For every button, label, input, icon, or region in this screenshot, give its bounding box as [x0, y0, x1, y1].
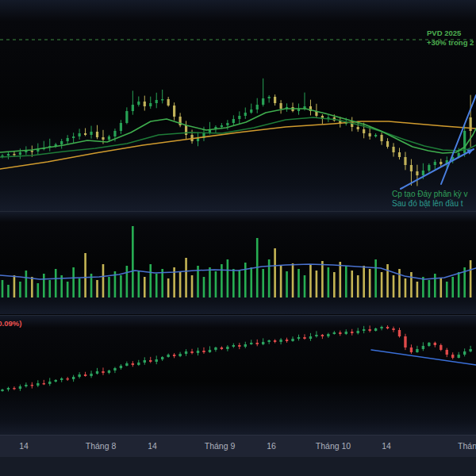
candle-body [404, 336, 406, 347]
price-pane-bg [0, 0, 476, 211]
candle-body [125, 111, 128, 123]
candle-body [434, 343, 436, 345]
volume-bar [55, 269, 57, 298]
candle-body [202, 351, 205, 352]
chart-canvas[interactable] [0, 0, 476, 435]
volume-bar [328, 267, 330, 298]
volume-bar [2, 280, 4, 298]
candle-body [404, 157, 406, 165]
volume-bar [351, 271, 353, 298]
volume-bar [167, 278, 170, 298]
candle-body [197, 351, 199, 353]
index-pane-bg [0, 316, 476, 435]
candle-body [167, 99, 170, 106]
volume-bar [381, 272, 383, 298]
candle-body [446, 350, 448, 355]
candle-body [238, 345, 240, 347]
volume-bar [31, 277, 33, 298]
candle-body [108, 136, 110, 140]
volume-bar [79, 278, 81, 298]
volume-bar [120, 275, 122, 298]
volume-bar [250, 267, 252, 298]
candle-body [43, 383, 45, 385]
candle-body [428, 165, 430, 171]
candle-body [60, 378, 63, 380]
candle-body [185, 125, 187, 135]
candle-body [398, 152, 401, 157]
volume-bar [321, 261, 324, 298]
pane-divider-2[interactable] [0, 315, 476, 316]
candle-body [13, 154, 15, 155]
volume-bar [451, 277, 454, 298]
volume-bar [25, 271, 28, 298]
candle-body [137, 363, 140, 365]
volume-bar [13, 275, 16, 298]
candle-body [410, 165, 413, 171]
volume-bar [215, 271, 217, 298]
volume-bar [84, 253, 86, 298]
candle-body [221, 347, 223, 349]
candle-body [144, 102, 146, 106]
candle-body [84, 374, 86, 376]
candle-body [209, 350, 211, 352]
candle-body [469, 349, 471, 351]
candle-body [137, 102, 140, 105]
candle-body [398, 330, 401, 336]
candle-body [232, 345, 235, 347]
volume-bar [126, 266, 129, 298]
candle-body [132, 363, 134, 365]
candle-body [48, 382, 51, 384]
candle-body [155, 100, 158, 103]
candle-body [327, 334, 329, 336]
candle-body [7, 388, 10, 390]
candle-body [96, 371, 98, 374]
candle-body [125, 363, 128, 366]
candle-body [463, 351, 466, 355]
bottom-spacer [0, 457, 476, 476]
candle-body [113, 368, 116, 370]
candle-body [244, 113, 247, 116]
candle-body [67, 138, 69, 141]
volume-bar [333, 272, 336, 298]
volume-bar [7, 285, 10, 298]
volume-bar [268, 259, 271, 298]
volume-bar [386, 264, 389, 298]
candle-body [369, 133, 371, 136]
volume-bar [108, 277, 110, 298]
candle-body [374, 328, 377, 331]
volume-bar [339, 262, 341, 298]
volume-bar [244, 263, 247, 298]
candle-body [96, 132, 98, 137]
pane-divider-1[interactable] [0, 211, 476, 212]
candle-body [451, 355, 454, 358]
volume-bar [155, 274, 158, 298]
volume-bar [144, 277, 146, 298]
candle-body [380, 327, 382, 328]
candle-body [315, 335, 317, 336]
candle-body [250, 109, 252, 113]
candle-body [214, 347, 217, 350]
volume-bar [309, 264, 312, 298]
candle-body [416, 349, 418, 352]
volume-bar [316, 271, 318, 298]
time-axis[interactable]: 14Tháng 814Tháng 916Tháng 1014Tháng [0, 435, 476, 457]
candle-body [386, 327, 389, 328]
candle-body [416, 171, 418, 175]
candle-body [167, 355, 169, 357]
candle-body [221, 125, 223, 127]
volume-bar [239, 271, 241, 298]
volume-bar [298, 269, 300, 298]
volume-bar [179, 272, 182, 298]
volume-bar [191, 275, 194, 298]
candle-body [1, 390, 3, 391]
candle-body [279, 340, 282, 342]
candle-body [161, 99, 163, 101]
candle-body [244, 344, 247, 347]
volume-bar [292, 263, 294, 298]
candle-body [374, 135, 377, 136]
candle-body [279, 103, 282, 109]
candle-body [66, 378, 68, 380]
volume-bar [48, 280, 51, 298]
candle-body [31, 151, 33, 152]
candle-body [149, 360, 152, 362]
